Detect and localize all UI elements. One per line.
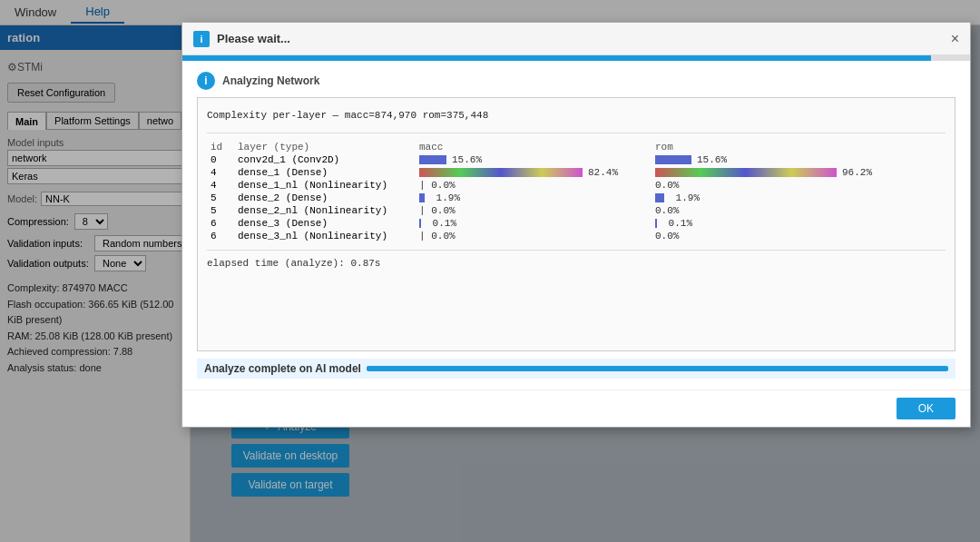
table-row: 4dense_1 (Dense)82.4%96.2% [207, 166, 946, 179]
result-table: id layer (type) macc rom 0conv2d_1 (Conv… [207, 141, 946, 242]
complete-label: Analyze complete on AI model [204, 362, 361, 375]
cell-macc: | 0.0% [416, 230, 652, 242]
cell-rom: 0.0% [652, 204, 946, 217]
cell-macc: 15.6% [416, 153, 652, 166]
modal-title-left: i Please wait... [193, 31, 290, 47]
cell-rom: 0.1% [652, 217, 946, 230]
cell-id: 0 [207, 153, 234, 166]
table-row: 6dense_3 (Dense)0.1%0.1% [207, 217, 946, 230]
cell-rom: 15.6% [652, 153, 946, 166]
col-id: id [207, 141, 234, 153]
modal-body: i Analyzing Network Complexity per-layer… [182, 61, 970, 389]
modal-app-icon: i [193, 31, 210, 47]
info-icon: i [197, 72, 215, 90]
analyzing-label: Analyzing Network [222, 74, 319, 87]
cell-id: 4 [207, 179, 234, 192]
result-area: Complexity per-layer — macc=874,970 rom=… [197, 97, 956, 351]
cell-macc: 1.9% [416, 192, 652, 204]
cell-rom: 0.0% [652, 179, 946, 192]
cell-id: 4 [207, 166, 234, 179]
cell-rom: 96.2% [652, 166, 946, 179]
col-macc: macc [416, 141, 652, 153]
elapsed-line: elapsed time (analyze): 0.87s [207, 258, 946, 269]
cell-layer-name: dense_1_nl (Nonlinearity) [234, 179, 416, 192]
modal-close-button[interactable]: × [951, 31, 959, 47]
complete-bar [367, 366, 948, 371]
table-row: 4dense_1_nl (Nonlinearity)| 0.0%0.0% [207, 179, 946, 192]
cell-id: 6 [207, 217, 234, 230]
cell-rom: 0.0% [652, 230, 946, 242]
complexity-line: Complexity per-layer — macc=874,970 rom=… [207, 107, 946, 125]
cell-layer-name: dense_3 (Dense) [234, 217, 416, 230]
cell-id: 5 [207, 204, 234, 217]
table-row: 6dense_3_nl (Nonlinearity)| 0.0%0.0% [207, 230, 946, 242]
cell-id: 5 [207, 192, 234, 204]
cell-layer-name: dense_1 (Dense) [234, 166, 416, 179]
table-row: 5dense_2_nl (Nonlinearity)| 0.0%0.0% [207, 204, 946, 217]
cell-layer-name: dense_2_nl (Nonlinearity) [234, 204, 416, 217]
modal-dialog: i Please wait... × i Analyzing Network C… [181, 22, 971, 428]
modal-footer: OK [182, 389, 970, 427]
ok-button[interactable]: OK [897, 398, 956, 419]
cell-id: 6 [207, 230, 234, 242]
table-row: 5dense_2 (Dense)1.9%1.9% [207, 192, 946, 204]
modal-titlebar: i Please wait... × [182, 23, 970, 55]
cell-layer-name: dense_2 (Dense) [234, 192, 416, 204]
cell-layer-name: dense_3_nl (Nonlinearity) [234, 230, 416, 242]
cell-macc: 82.4% [416, 166, 652, 179]
cell-macc: | 0.0% [416, 204, 652, 217]
modal-title-text: Please wait... [217, 32, 290, 45]
cell-macc: | 0.0% [416, 179, 652, 192]
col-layer: layer (type) [234, 141, 416, 153]
cell-macc: 0.1% [416, 217, 652, 230]
complete-line: Analyze complete on AI model [197, 359, 956, 379]
table-row: 0conv2d_1 (Conv2D)15.6%15.6% [207, 153, 946, 166]
col-rom: rom [652, 141, 946, 153]
cell-layer-name: conv2d_1 (Conv2D) [234, 153, 416, 166]
cell-rom: 1.9% [652, 192, 946, 204]
